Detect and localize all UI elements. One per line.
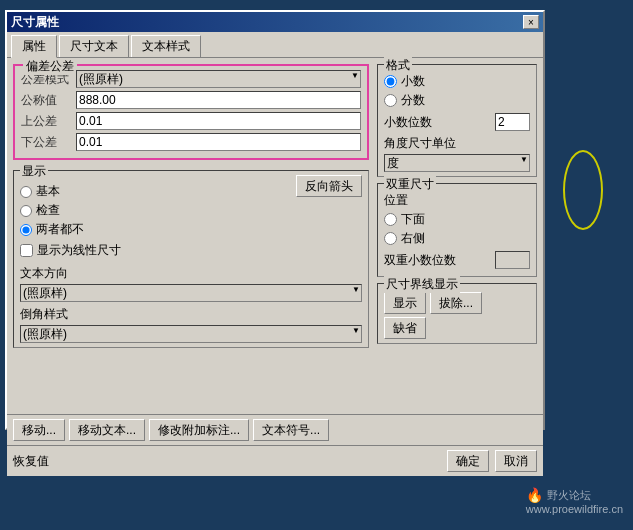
tolerance-mode-select-wrapper <box>76 70 361 88</box>
lower-tol-label: 下公差 <box>21 134 76 151</box>
angle-unit-label: 角度尺寸单位 <box>384 135 530 152</box>
angle-unit-row <box>384 154 530 172</box>
display-neither-radio[interactable] <box>20 224 32 236</box>
reverse-arrow-button[interactable]: 反向箭头 <box>296 175 362 197</box>
dual-dimension-section: 双重尺寸 位置 下面 右侧 双重小数位数 <box>377 183 537 277</box>
line-display-section: 尺寸界线显示 显示 拔除... 缺省 <box>377 283 537 344</box>
dual-section-title: 双重尺寸 <box>384 176 436 193</box>
show-button[interactable]: 显示 <box>384 292 426 314</box>
fraction-radio-row: 分数 <box>384 92 530 109</box>
angle-unit-select-wrapper <box>384 154 530 172</box>
display-neither-option[interactable]: 两者都不 <box>20 221 362 238</box>
default-button[interactable]: 缺省 <box>384 317 426 339</box>
watermark-fire-icon: 🔥 <box>526 487 543 503</box>
tab-dimension-text[interactable]: 尺寸文本 <box>59 35 129 57</box>
linear-checkbox-row: 显示为线性尺寸 <box>20 242 362 259</box>
cad-ellipse <box>563 150 603 230</box>
display-basic-label: 基本 <box>36 183 60 200</box>
dual-decimal-input[interactable] <box>495 251 530 269</box>
dual-below-radio[interactable] <box>384 213 397 226</box>
right-panel: 格式 小数 分数 小数位数 角度尺寸单位 <box>377 64 537 408</box>
left-panel: 偏差公差 公差模式 公称值 上公差 <box>13 64 369 408</box>
text-direction-input[interactable] <box>20 284 362 302</box>
watermark: 🔥 野火论坛 www.proewildfire.cn <box>526 487 623 515</box>
format-section: 格式 小数 分数 小数位数 角度尺寸单位 <box>377 64 537 177</box>
action-buttons-row: 移动... 移动文本... 修改附加标注... 文本符号... <box>7 414 543 445</box>
text-symbol-btn[interactable]: 文本符号... <box>253 419 329 441</box>
text-direction-label: 文本方向 <box>20 265 362 282</box>
line-section-title: 尺寸界线显示 <box>384 276 460 293</box>
chamfer-input[interactable] <box>20 325 362 343</box>
upper-tol-row: 上公差 <box>21 112 361 130</box>
dual-below-row: 下面 <box>384 211 530 228</box>
cancel-button[interactable]: 取消 <box>495 450 537 472</box>
linear-dim-checkbox[interactable] <box>20 244 33 257</box>
move-btn[interactable]: 移动... <box>13 419 65 441</box>
dual-right-label: 右侧 <box>401 230 425 247</box>
tolerance-title: 偏差公差 <box>23 58 77 75</box>
dual-right-radio[interactable] <box>384 232 397 245</box>
tolerance-section: 偏差公差 公差模式 公称值 上公差 <box>13 64 369 160</box>
decimal-radio[interactable] <box>384 75 397 88</box>
display-inspect-radio[interactable] <box>20 205 32 217</box>
text-direction-select-wrapper <box>20 284 362 302</box>
fraction-label: 分数 <box>401 92 425 109</box>
bottom-right-buttons: 确定 取消 <box>447 450 537 472</box>
decimal-places-row: 小数位数 <box>384 113 530 131</box>
decimal-places-label: 小数位数 <box>384 114 495 131</box>
angle-unit-container: 角度尺寸单位 <box>384 135 530 172</box>
dual-decimal-row: 双重小数位数 <box>384 251 530 269</box>
move-text-btn[interactable]: 移动文本... <box>69 419 145 441</box>
display-inspect-option[interactable]: 检查 <box>20 202 362 219</box>
nominal-label: 公称值 <box>21 92 76 109</box>
modify-annotation-btn[interactable]: 修改附加标注... <box>149 419 249 441</box>
dual-right-row: 右侧 <box>384 230 530 247</box>
bottom-bar: 恢复值 确定 取消 <box>7 445 543 476</box>
dual-position-label: 位置 <box>384 192 530 209</box>
chamfer-label: 倒角样式 <box>20 306 362 323</box>
display-section: 显示 反向箭头 基本 检查 两者都不 <box>13 170 369 348</box>
dialog-title: 尺寸属性 <box>11 14 59 31</box>
ok-button[interactable]: 确定 <box>447 450 489 472</box>
chamfer-select-wrapper <box>20 325 362 343</box>
dual-decimal-label: 双重小数位数 <box>384 252 495 269</box>
lower-tol-row: 下公差 <box>21 133 361 151</box>
dialog-window: 尺寸属性 × 属性 尺寸文本 文本样式 偏差公差 公差模式 <box>5 10 545 430</box>
watermark-text: 野火论坛 <box>547 488 591 503</box>
tab-strip: 属性 尺寸文本 文本样式 <box>7 32 543 58</box>
display-basic-radio[interactable] <box>20 186 32 198</box>
lower-tol-input[interactable] <box>76 133 361 151</box>
linear-dim-label: 显示为线性尺寸 <box>37 242 121 259</box>
angle-unit-input[interactable] <box>384 154 530 172</box>
display-neither-label: 两者都不 <box>36 221 84 238</box>
watermark-url: www.proewildfire.cn <box>526 503 623 515</box>
dual-below-label: 下面 <box>401 211 425 228</box>
decimal-radio-row: 小数 <box>384 73 530 90</box>
text-direction-row: 文本方向 <box>20 265 362 302</box>
line-buttons-row: 显示 拔除... <box>384 292 530 314</box>
display-inspect-label: 检查 <box>36 202 60 219</box>
nominal-input[interactable] <box>76 91 361 109</box>
upper-tol-label: 上公差 <box>21 113 76 130</box>
display-section-title: 显示 <box>20 163 48 180</box>
tab-properties[interactable]: 属性 <box>11 35 57 58</box>
chamfer-row: 倒角样式 <box>20 306 362 343</box>
title-bar: 尺寸属性 × <box>7 12 543 32</box>
tolerance-mode-input[interactable] <box>76 70 361 88</box>
decimal-label: 小数 <box>401 73 425 90</box>
close-button[interactable]: × <box>523 15 539 29</box>
restore-label: 恢复值 <box>13 453 49 470</box>
tab-text-style[interactable]: 文本样式 <box>131 35 201 57</box>
format-section-title: 格式 <box>384 57 412 74</box>
nominal-row: 公称值 <box>21 91 361 109</box>
fraction-radio[interactable] <box>384 94 397 107</box>
upper-tol-input[interactable] <box>76 112 361 130</box>
remove-button[interactable]: 拔除... <box>430 292 482 314</box>
decimal-places-input[interactable] <box>495 113 530 131</box>
dialog-content: 偏差公差 公差模式 公称值 上公差 <box>7 58 543 414</box>
